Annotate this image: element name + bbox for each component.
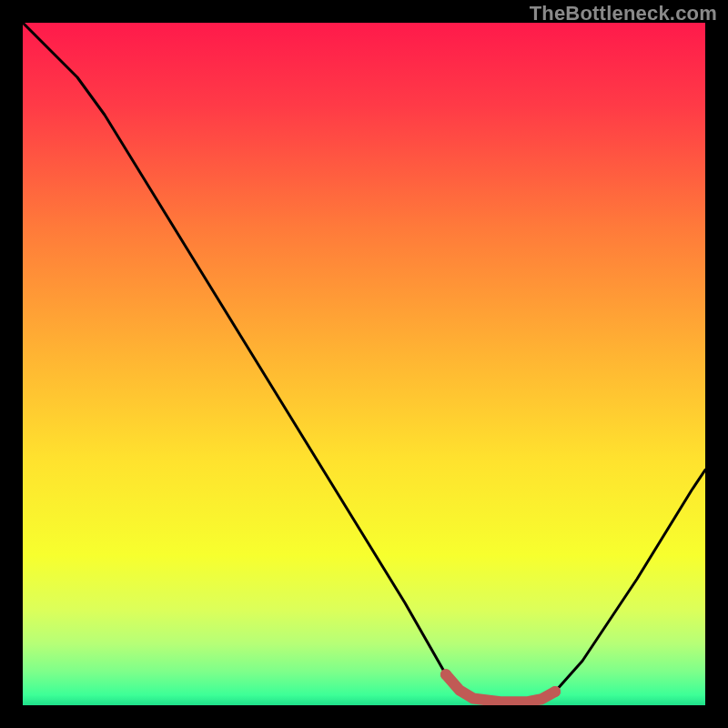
chart-frame: TheBottleneck.com [0,0,728,728]
plot-area [23,23,705,705]
optimal-band-start [440,669,451,680]
gradient-background [23,23,705,705]
bottleneck-chart [23,23,705,705]
optimal-band-end [550,686,561,697]
